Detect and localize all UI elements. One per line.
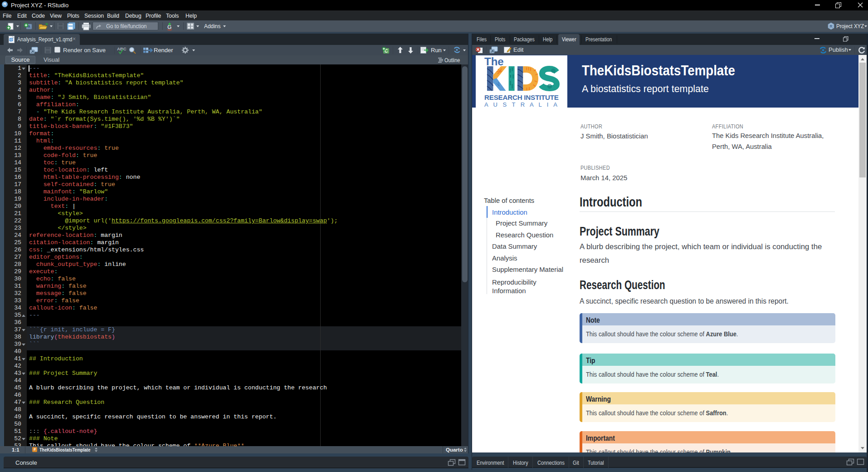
svg-text:R: R [829,24,833,29]
svg-text:RESEARCH INSTITUTE: RESEARCH INSTITUTE [484,93,559,101]
svg-text:A U S T R A L I A: A U S T R A L I A [484,101,557,108]
svg-text:The: The [484,55,504,68]
